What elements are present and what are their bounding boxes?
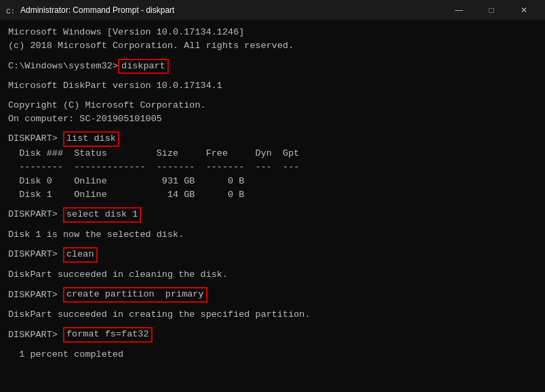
title-bar-text: Administrator: Command Prompt - diskpart xyxy=(20,5,443,15)
prompt-listdisk: DISKPART> list disk xyxy=(8,131,537,147)
result-createpartition: DiskPart succeeded in creating the speci… xyxy=(8,308,537,322)
cmd-format: format fs=fat32 xyxy=(63,327,153,343)
console-area: Microsoft Windows [Version 10.0.17134.12… xyxy=(0,20,545,392)
prompt-format: DISKPART> format fs=fat32 xyxy=(8,327,537,343)
line-corp: Copyright (C) Microsoft Corporation. xyxy=(8,99,537,112)
cmd-createpartition: create partition primary xyxy=(63,287,207,303)
prompt1-pre: C:\Windows\system32> xyxy=(8,60,118,73)
cmd-icon: C: xyxy=(5,5,16,16)
minimize-button[interactable]: — xyxy=(443,0,475,20)
prompt6-pre: DISKPART> xyxy=(8,328,63,342)
prompt-diskpart: C:\Windows\system32> diskpart xyxy=(8,59,537,74)
col-headers: Disk ### Status Size Free Dyn Gpt xyxy=(8,147,537,160)
cmd-diskpart: diskpart xyxy=(118,59,169,74)
prompt5-pre: DISKPART> xyxy=(8,288,63,302)
disk1-row: Disk 1 Online 14 GB 0 B xyxy=(8,188,537,202)
prompt2-pre: DISKPART> xyxy=(8,132,63,146)
result-clean: DiskPart succeeded in cleaning the disk. xyxy=(8,268,537,282)
cmd-selectdisk: select disk 1 xyxy=(63,207,141,223)
prompt3-pre: DISKPART> xyxy=(8,208,63,221)
prompt-createpartition: DISKPART> create partition primary xyxy=(8,287,537,303)
result-selectdisk: Disk 1 is now the selected disk. xyxy=(8,228,537,242)
cmd-clean: clean xyxy=(63,247,98,263)
window: C: Administrator: Command Prompt - diskp… xyxy=(0,0,545,392)
line-computer: On computer: SC-201905101005 xyxy=(8,112,537,126)
close-button[interactable]: ✕ xyxy=(508,0,540,20)
line-version: Microsoft Windows [Version 10.0.17134.12… xyxy=(8,26,537,39)
maximize-button[interactable]: □ xyxy=(476,0,507,20)
title-bar-controls: — □ ✕ xyxy=(443,0,540,20)
prompt-clean: DISKPART> clean xyxy=(8,247,537,263)
col-sep: -------- ------------- ------- ------- -… xyxy=(8,160,537,174)
result-format-progress: 1 percent completed xyxy=(8,348,537,362)
disk0-row: Disk 0 Online 931 GB 0 B xyxy=(8,175,537,188)
prompt4-pre: DISKPART> xyxy=(8,248,63,261)
prompt-selectdisk: DISKPART> select disk 1 xyxy=(8,207,537,223)
svg-text:C:: C: xyxy=(6,7,15,16)
line-diskpart-version: Microsoft DiskPart version 10.0.17134.1 xyxy=(8,79,537,93)
line-copyright: (c) 2018 Microsoft Corporation. All righ… xyxy=(8,39,537,53)
cmd-listdisk: list disk xyxy=(63,131,119,147)
title-bar: C: Administrator: Command Prompt - diskp… xyxy=(0,0,545,20)
